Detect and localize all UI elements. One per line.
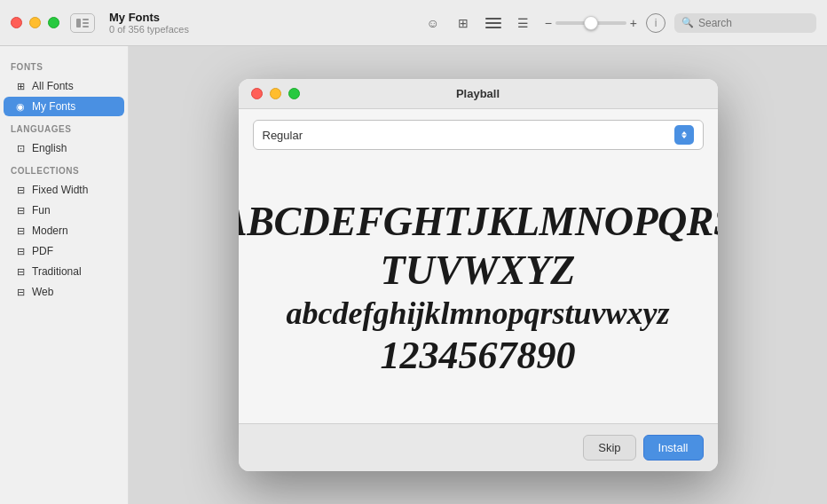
- search-input[interactable]: [698, 17, 809, 29]
- main-content: Fonts ⊞ All Fonts ◉ My Fonts Languages ⊡…: [0, 46, 827, 504]
- preview-uppercase-2: TUVWXYZ: [381, 246, 576, 295]
- toolbar-icons: ☺ ⊞ ☰: [421, 13, 536, 33]
- web-icon: ⊟: [14, 286, 27, 298]
- sidebar-toggle-button[interactable]: [70, 13, 95, 33]
- detail-view-icon[interactable]: ☰: [511, 13, 536, 33]
- list-view-icon[interactable]: [481, 13, 506, 33]
- font-variant-arrow-icon[interactable]: [674, 125, 694, 145]
- sidebar-item-fixed-width[interactable]: ⊟ Fixed Width: [4, 180, 124, 200]
- slider-minus-icon[interactable]: −: [545, 16, 552, 30]
- font-preview-area: ABCDEFGHTJKLMNOPQRS TUVWXYZ abcdefghijkl…: [253, 164, 704, 413]
- sidebar-item-traditional[interactable]: ⊟ Traditional: [4, 262, 124, 281]
- sidebar-item-all-fonts[interactable]: ⊞ All Fonts: [4, 76, 124, 96]
- fixed-width-icon: ⊟: [14, 184, 27, 196]
- sidebar-item-pdf[interactable]: ⊟ PDF: [4, 241, 124, 261]
- fun-icon: ⊟: [14, 204, 27, 217]
- sidebar-item-pdf-label: PDF: [32, 245, 53, 257]
- english-icon: ⊡: [14, 142, 27, 154]
- modal-close-button[interactable]: [251, 88, 263, 99]
- sidebar-item-web-label: Web: [32, 286, 53, 298]
- slider-thumb[interactable]: [584, 16, 598, 30]
- sidebar-item-traditional-label: Traditional: [32, 265, 82, 278]
- sidebar-item-all-fonts-label: All Fonts: [32, 80, 74, 92]
- sidebar-section-fonts: Fonts: [0, 55, 128, 75]
- window-title-section: My Fonts 0 of 356 typefaces: [109, 11, 403, 35]
- font-variant-label: Regular: [263, 129, 303, 142]
- skip-button[interactable]: Skip: [583, 435, 635, 461]
- svg-rect-2: [83, 22, 89, 24]
- install-button[interactable]: Install: [643, 435, 704, 461]
- close-button[interactable]: [11, 17, 22, 28]
- slider-plus-icon[interactable]: +: [630, 16, 637, 30]
- sidebar-item-fun-label: Fun: [32, 204, 51, 217]
- modal-footer: Skip Install: [239, 423, 718, 471]
- pdf-icon: ⊟: [14, 245, 27, 257]
- modal-overlay: Playball Regular: [129, 46, 827, 504]
- modal-maximize-button[interactable]: [288, 88, 300, 99]
- svg-rect-3: [83, 26, 89, 28]
- svg-rect-4: [485, 18, 501, 20]
- slider-track[interactable]: [555, 21, 626, 25]
- title-bar: My Fonts 0 of 356 typefaces ☺ ⊞ ☰ − + i …: [0, 0, 827, 46]
- all-fonts-icon: ⊞: [14, 80, 27, 92]
- sidebar-item-modern-label: Modern: [32, 224, 68, 237]
- my-fonts-icon: ◉: [14, 100, 27, 113]
- preview-uppercase-1: ABCDEFGHTJKLMNOPQRS: [239, 197, 718, 246]
- preview-lowercase: abcdefghijklmnopqrstuvwxyz: [286, 295, 669, 333]
- right-panel: Playball Regular: [129, 46, 827, 504]
- info-button[interactable]: i: [646, 13, 666, 33]
- traditional-icon: ⊟: [14, 265, 27, 278]
- search-icon: 🔍: [681, 17, 694, 28]
- svg-rect-0: [76, 19, 81, 28]
- maximize-button[interactable]: [48, 17, 59, 28]
- size-slider[interactable]: − +: [545, 16, 637, 30]
- sidebar-item-web[interactable]: ⊟ Web: [4, 282, 124, 302]
- window-controls: [11, 17, 59, 28]
- sidebar: Fonts ⊞ All Fonts ◉ My Fonts Languages ⊡…: [0, 46, 129, 504]
- modern-icon: ⊟: [14, 224, 27, 237]
- search-bar[interactable]: 🔍: [674, 13, 816, 33]
- preview-numbers: 1234567890: [381, 333, 576, 380]
- emoji-view-icon[interactable]: ☺: [421, 13, 445, 33]
- window-title: My Fonts: [109, 11, 403, 24]
- sidebar-item-fun[interactable]: ⊟ Fun: [4, 201, 124, 220]
- svg-rect-5: [485, 22, 501, 24]
- sidebar-section-collections: Collections: [0, 159, 128, 179]
- sidebar-section-languages: Languages: [0, 117, 128, 138]
- window-subtitle: 0 of 356 typefaces: [109, 24, 403, 35]
- svg-rect-6: [485, 27, 501, 28]
- minimize-button[interactable]: [29, 17, 41, 28]
- font-variant-selector[interactable]: Regular: [253, 120, 704, 150]
- sidebar-item-fixed-width-label: Fixed Width: [32, 184, 88, 196]
- modal-title-bar: Playball: [239, 79, 718, 109]
- modal-body: Regular ABCDEFGHTJKLMNOPQRS TUVWXYZ abcd: [239, 109, 718, 423]
- sidebar-item-modern[interactable]: ⊟ Modern: [4, 221, 124, 240]
- sidebar-item-my-fonts[interactable]: ◉ My Fonts: [4, 97, 124, 116]
- sidebar-item-my-fonts-label: My Fonts: [32, 100, 75, 113]
- svg-rect-1: [83, 19, 89, 20]
- sidebar-item-english[interactable]: ⊡ English: [4, 138, 124, 158]
- modal-title: Playball: [456, 87, 500, 100]
- sidebar-item-english-label: English: [32, 142, 67, 154]
- font-install-dialog: Playball Regular: [239, 79, 718, 471]
- modal-window-controls: [251, 88, 300, 99]
- grid-view-icon[interactable]: ⊞: [451, 13, 476, 33]
- modal-minimize-button[interactable]: [270, 88, 281, 99]
